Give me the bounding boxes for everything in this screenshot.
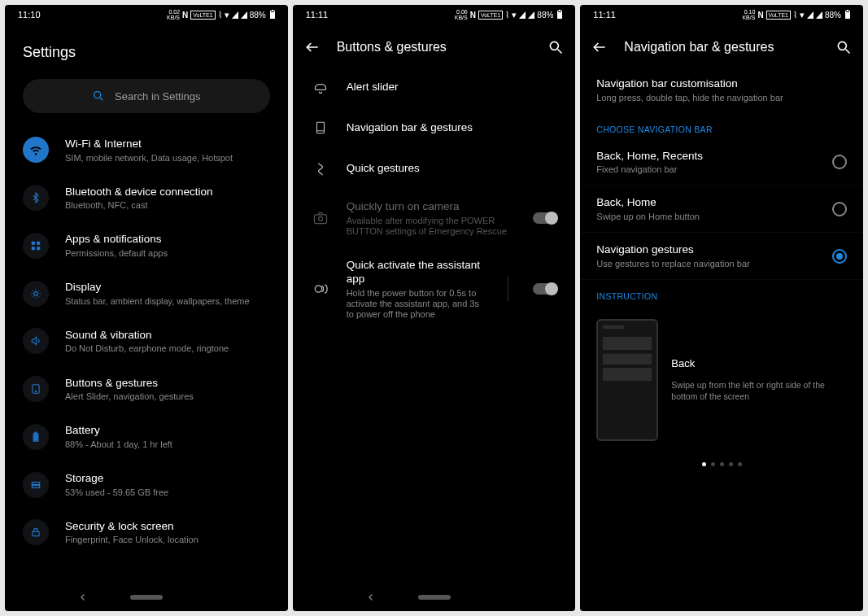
nfc-icon: N — [182, 11, 188, 20]
instruction-mock-icon — [596, 319, 658, 441]
section-instruction: INSTRUCTION — [580, 280, 863, 306]
svg-rect-14 — [33, 532, 39, 536]
bell-icon — [311, 77, 330, 97]
signal-1-icon — [519, 11, 526, 19]
separator — [508, 277, 508, 301]
item-battery[interactable]: Battery88% - About 1 day, 1 hr left — [5, 413, 288, 461]
search-button[interactable] — [835, 39, 852, 55]
radio-back-home[interactable] — [832, 202, 847, 216]
instruction-title: Back — [671, 357, 847, 369]
battery-pct: 88% — [537, 11, 553, 20]
item-quick-gestures[interactable]: Quick gestures — [293, 148, 576, 189]
battery-icon — [23, 424, 49, 450]
navbar-icon — [311, 118, 330, 138]
signal-2-icon — [241, 11, 247, 19]
svg-rect-19 — [314, 215, 326, 224]
search-placeholder: Search in Settings — [115, 90, 201, 103]
vibrate-icon: ⌇ — [505, 10, 509, 20]
status-bar: 11:10 0.02 KB/S N VoLTE1 ⌇ ▾ 88% — [5, 5, 288, 24]
item-quick-assistant[interactable]: Quick activate the assistant appHold the… — [293, 247, 576, 331]
svg-rect-13 — [32, 485, 39, 487]
clock: 11:11 — [306, 10, 329, 20]
nav-back-icon[interactable] — [366, 592, 376, 602]
quickgest-icon — [311, 159, 330, 178]
screen-buttons-gestures: 11:11 0.06 KB/S N VoLTE1 ⌇ ▾ 88% Buttons… — [293, 5, 576, 611]
svg-rect-2 — [32, 242, 35, 245]
nav-home-pill[interactable] — [130, 595, 163, 600]
section-choose-navbar: CHOOSE NAVIGATION BAR — [580, 113, 863, 139]
item-navbar-gestures[interactable]: Navigation bar & gestures — [293, 107, 576, 148]
svg-line-16 — [558, 50, 562, 54]
item-buttons-gestures[interactable]: Buttons & gesturesAlert Slider, navigati… — [5, 365, 288, 413]
svg-rect-3 — [37, 242, 40, 245]
svg-rect-4 — [32, 247, 35, 250]
toggle-quick-assistant[interactable] — [533, 283, 557, 295]
status-right: 0.10 KB/S N VoLTE1 ⌇ ▾ 88% — [742, 9, 850, 20]
gesture-icon — [23, 376, 49, 402]
signal-2-icon — [528, 11, 534, 19]
option-navigation-gestures[interactable]: Navigation gestures Use gestures to repl… — [580, 233, 863, 280]
wifi-icon: ▾ — [800, 10, 805, 20]
signal-1-icon — [807, 11, 813, 19]
item-wifi-internet[interactable]: Wi-Fi & InternetSIM, mobile network, Dat… — [5, 126, 288, 174]
svg-rect-10 — [35, 432, 37, 434]
radio-navigation-gestures[interactable] — [832, 249, 847, 264]
svg-rect-17 — [316, 122, 324, 133]
item-quick-camera: Quickly turn on cameraAvailable after mo… — [293, 189, 576, 247]
item-alert-slider[interactable]: Alert slider — [293, 67, 576, 107]
page-indicator[interactable] — [580, 454, 863, 474]
item-display[interactable]: DisplayStatus bar, ambient display, wall… — [5, 269, 288, 317]
battery-icon — [270, 11, 275, 19]
storage-icon — [23, 472, 49, 498]
item-security-lockscreen[interactable]: Security & lock screenFingerprint, Face … — [5, 509, 288, 557]
svg-point-22 — [838, 42, 846, 50]
radio-back-home-recents[interactable] — [832, 155, 847, 169]
vibrate-icon: ⌇ — [793, 10, 797, 20]
battery-icon — [557, 11, 562, 19]
item-bluetooth[interactable]: Bluetooth & device connectionBluetooth, … — [5, 174, 288, 222]
option-back-home[interactable]: Back, Home Swipe up on Home button — [580, 186, 863, 233]
svg-rect-5 — [37, 247, 40, 250]
back-button[interactable] — [304, 39, 321, 55]
clock: 11:10 — [18, 10, 41, 20]
nfc-icon: N — [470, 11, 476, 20]
vibrate-icon: ⌇ — [218, 10, 222, 20]
header: Navigation bar & gestures — [580, 24, 863, 67]
item-apps-notifications[interactable]: Apps & notificationsPermissions, default… — [5, 221, 288, 269]
dot-1 — [702, 462, 706, 466]
signal-1-icon — [232, 11, 238, 19]
svg-line-23 — [846, 50, 850, 54]
lock-icon — [23, 519, 49, 545]
item-navbar-customisation[interactable]: Navigation bar customisation Long press,… — [580, 67, 863, 113]
battery-pct: 88% — [825, 11, 841, 20]
nfc-icon: N — [757, 11, 763, 20]
dot-3 — [720, 462, 724, 466]
item-sound-vibration[interactable]: Sound & vibrationDo Not Disturb, earphon… — [5, 317, 288, 365]
screen-settings: 11:10 0.02 KB/S N VoLTE1 ⌇ ▾ 88% Setting… — [5, 5, 288, 611]
svg-point-8 — [35, 391, 36, 391]
nav-home-pill[interactable] — [418, 595, 451, 600]
instruction-card[interactable]: Back Swipe up from the left or right sid… — [580, 306, 863, 454]
page-title: Buttons & gestures — [337, 40, 532, 55]
option-back-home-recents[interactable]: Back, Home, Recents Fixed navigation bar — [580, 139, 863, 186]
screen-navbar-gestures: 11:11 0.10 KB/S N VoLTE1 ⌇ ▾ 88% Navigat… — [580, 5, 863, 611]
status-bar: 11:11 0.06 KB/S N VoLTE1 ⌇ ▾ 88% — [293, 5, 576, 24]
wifi-icon: ▾ — [512, 10, 517, 20]
assistant-icon — [311, 279, 330, 299]
svg-line-1 — [100, 98, 103, 100]
svg-rect-11 — [34, 435, 37, 439]
search-button[interactable] — [547, 39, 564, 55]
svg-point-15 — [551, 42, 559, 50]
status-bar: 11:11 0.10 KB/S N VoLTE1 ⌇ ▾ 88% — [580, 5, 863, 24]
svg-point-20 — [318, 216, 322, 221]
item-storage[interactable]: Storage53% used - 59.65 GB free — [5, 461, 288, 509]
volte-icon: VoLTE1 — [478, 11, 503, 20]
nav-back-icon[interactable] — [78, 592, 88, 602]
status-right: 0.02 KB/S N VoLTE1 ⌇ ▾ 88% — [167, 9, 275, 20]
clock: 11:11 — [593, 10, 616, 20]
svg-point-6 — [34, 291, 38, 295]
svg-point-0 — [94, 92, 101, 98]
toggle-quick-camera — [533, 212, 557, 224]
search-input[interactable]: Search in Settings — [23, 79, 270, 113]
back-button[interactable] — [591, 39, 608, 55]
